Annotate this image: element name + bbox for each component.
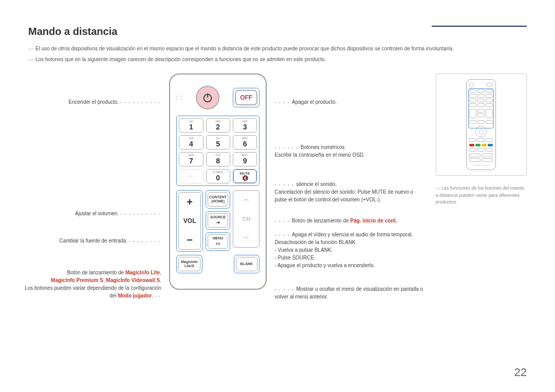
top-rule	[432, 26, 527, 27]
label-source: Cambiar la fuente de entrada.	[60, 238, 127, 244]
ch-label: CH	[242, 216, 250, 222]
magicinfo-button: MagicInfoLite/S	[178, 257, 200, 271]
mini-dpad-icon	[475, 126, 487, 137]
remote-thumbnail-box: SAMSUNG	[436, 73, 527, 176]
content-home-link: Pág. inicio de cont.	[350, 218, 397, 223]
page-number: 22	[514, 366, 527, 379]
remote-body: • •• • OFF QZ1 ABC2 DEF3 GHI4 JKL5	[169, 73, 267, 290]
side-column: SAMSUNG ― Las funciones de los botones d…	[436, 73, 527, 290]
key-6: MNO6	[233, 135, 257, 150]
key-5: JKL5	[206, 135, 230, 150]
channel-rocker: ︿ CH ﹀	[233, 190, 260, 248]
lead-dots: • • • •	[274, 101, 292, 104]
menu-icon: ▭	[216, 241, 220, 247]
page-title: Mando a distancia	[28, 26, 527, 38]
label-mute1: silencie el sonido.	[296, 181, 337, 187]
lead-dots: • •	[155, 294, 161, 298]
label-numeric2: Escribir la contraseña en el menú OSD.	[274, 152, 365, 158]
left-callouts: Encender el producto. • • • • • • • • • …	[28, 73, 161, 290]
content-highlight: CONTENT(HOME)	[206, 190, 230, 209]
label-blank4: - Pulse SOURCE.	[274, 255, 315, 260]
label-volume: Ajustar el volumen.	[75, 211, 119, 216]
magicinfo-premium-link: MagicInfo Premium S	[51, 277, 103, 283]
power-icon	[202, 92, 213, 103]
lead-dots: • • • • • •	[274, 146, 300, 150]
lead-dots: • • • • •	[274, 288, 296, 291]
label-blank2: Desactivación de la función BLANK	[274, 239, 355, 245]
label-power-off: Apagar el producto.	[292, 99, 337, 105]
lead-dots: • • • • • • • • • •	[120, 101, 161, 104]
magicinfo-highlight: MagicInfoLite/S	[176, 255, 202, 273]
label-mute2: Cancelación del silencio del sonido: Pul…	[274, 189, 413, 202]
key-mute: MUTE 🔇	[233, 170, 256, 183]
vol-label: VOL	[183, 217, 196, 225]
key-0: SYMBOL0	[206, 169, 230, 183]
volume-rocker: + VOL −	[178, 192, 201, 250]
vol-minus-icon: −	[187, 235, 193, 245]
label-power-on: Encender el producto.	[68, 99, 119, 105]
mini-brand: SAMSUNG	[469, 164, 493, 166]
label-menu: Mostrar u ocultar el menú de visualizaci…	[274, 286, 423, 300]
label-content-pre: Botón de lanzamiento de	[292, 218, 350, 223]
label-blank1: Apaga el vídeo y silencia el audio de fo…	[292, 232, 413, 237]
mini-remote: SAMSUNG	[466, 79, 496, 170]
magicinfo-videowall-link: MagicInfo Videowall S	[106, 277, 160, 283]
key-2: ABC2	[206, 118, 230, 133]
lead-dots: • • • •	[274, 233, 292, 237]
menu-highlight: MENU ▭	[206, 232, 230, 251]
menu-button: MENU ▭	[208, 234, 228, 249]
lead-dots: • • • •	[274, 219, 292, 223]
side-note: ― Las funciones de los botones del mando…	[436, 185, 527, 206]
right-callouts: • • • • Apagar el producto. • • • • • • …	[274, 73, 417, 290]
mute-highlight: MUTE 🔇	[233, 169, 257, 183]
key-del: DEL /-	[179, 169, 203, 183]
label-magic-pre: Botón de lanzamiento de	[67, 270, 125, 275]
key-7: PRS7	[179, 152, 203, 166]
chevron-down-icon: ﹀	[243, 234, 249, 243]
chevron-up-icon: ︿	[243, 195, 249, 203]
modo-jugador-link: Modo jugador	[118, 293, 152, 298]
source-highlight: SOURCE ⇥	[206, 211, 230, 230]
label-blank5: - Apague el producto y vuelva a encender…	[274, 263, 375, 268]
blank-button: BLANK	[236, 257, 258, 271]
vol-highlight: + VOL −	[176, 190, 203, 252]
lead-dots: • • • • •	[274, 183, 296, 186]
off-button-highlight: OFF	[233, 88, 260, 107]
label-numeric1: Botones numéricos	[301, 144, 345, 150]
vol-plus-icon: +	[187, 197, 193, 207]
mute-icon: 🔇	[242, 175, 248, 181]
source-icon: ⇥	[216, 220, 220, 226]
off-button: OFF	[235, 90, 257, 105]
note-2: Los botones que en la siguiente imagen c…	[28, 55, 527, 63]
lead-dots: • • • • • • • • • •	[120, 212, 161, 216]
content-home-button: CONTENT(HOME)	[208, 192, 228, 207]
note-1: El uso de otros dispositivos de visualiz…	[28, 45, 527, 52]
key-8: TUV8	[206, 152, 230, 166]
label-blank3: - Vuelva a pulsar BLANK.	[274, 247, 332, 253]
lead-dots: • • • • • • • •	[129, 239, 161, 243]
ir-sensor-icon: • •• •	[176, 95, 182, 101]
key-9: WXY9	[233, 152, 257, 166]
blank-highlight: BLANK	[234, 255, 260, 273]
key-4: GHI4	[179, 135, 203, 150]
key-1: QZ1	[179, 118, 203, 133]
magicinfo-lite-link: MagicInfo Lite	[125, 270, 160, 275]
power-button	[196, 86, 219, 109]
numeric-keypad-highlight: QZ1 ABC2 DEF3 GHI4 JKL5 MNO6 PRS7 TUV8 W…	[176, 116, 260, 186]
remote-diagram: • •• • OFF QZ1 ABC2 DEF3 GHI4 JKL5	[161, 73, 275, 290]
key-3: DEF3	[233, 118, 257, 133]
source-button: SOURCE ⇥	[208, 213, 228, 228]
